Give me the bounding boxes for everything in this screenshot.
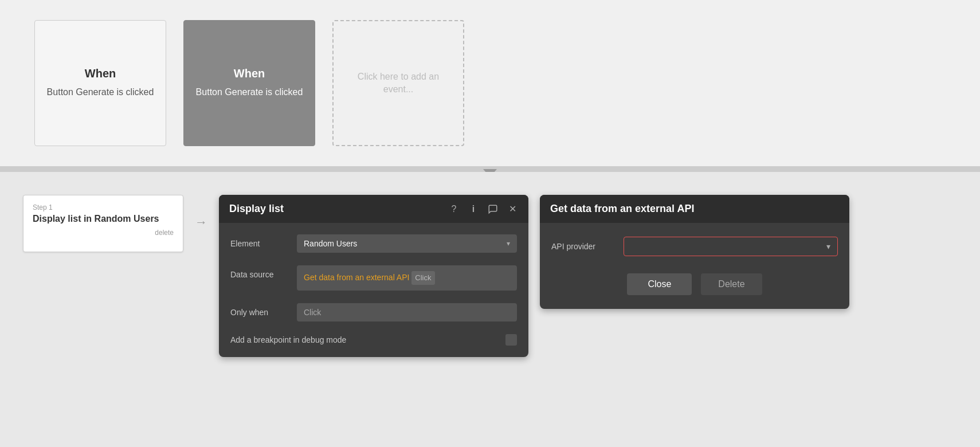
data-source-link[interactable]: Get data from an external API — [304, 273, 409, 282]
api-panel-body: API provider ▾ Close Delete — [540, 223, 849, 309]
event-card-2[interactable]: When Button Generate is clicked — [183, 20, 315, 146]
divider — [0, 166, 980, 172]
only-when-label: Only when — [230, 303, 288, 317]
api-provider-label: API provider — [551, 242, 614, 251]
step-label: Step 1 — [33, 203, 174, 211]
only-when-row: Only when Click — [230, 303, 517, 321]
arrow-connector: → — [195, 215, 207, 230]
close-button[interactable]: Close — [627, 273, 692, 295]
api-panel-title: Get data from an external API — [550, 203, 694, 215]
element-value-wrapper: Random Users ▾ — [297, 234, 517, 253]
data-source-value-wrapper: Get data from an external API Click — [297, 265, 517, 291]
data-source-row: Data source Get data from an external AP… — [230, 265, 517, 291]
data-source-box[interactable]: Get data from an external API Click — [297, 265, 517, 291]
top-section: When Button Generate is clicked When But… — [0, 0, 980, 166]
api-chevron-icon: ▾ — [826, 242, 830, 251]
api-provider-row: API provider ▾ — [551, 237, 838, 256]
delete-button[interactable]: Delete — [701, 273, 762, 295]
panel-title: Display list — [229, 203, 284, 215]
element-select-value: Random Users — [304, 239, 357, 248]
close-icon[interactable]: ✕ — [507, 203, 518, 215]
help-icon[interactable]: ? — [448, 203, 460, 215]
card3-placeholder: Click here to add an event... — [345, 70, 452, 96]
card2-title: When — [234, 67, 265, 80]
element-select[interactable]: Random Users ▾ — [297, 234, 517, 253]
api-buttons: Close Delete — [551, 273, 838, 295]
api-panel-header: Get data from an external API — [540, 195, 849, 223]
chevron-down-icon: ▾ — [507, 240, 510, 248]
comment-icon[interactable] — [487, 203, 499, 215]
breakpoint-row: Add a breakpoint in debug mode — [230, 334, 517, 346]
display-list-panel: Display list ? i ✕ Element Random — [219, 195, 528, 357]
step-card[interactable]: Step 1 Display list in Random Users dele… — [23, 195, 183, 252]
only-when-box[interactable]: Click — [297, 303, 517, 321]
only-when-value: Click — [304, 308, 321, 317]
info-icon[interactable]: i — [468, 203, 479, 215]
breakpoint-label: Add a breakpoint in debug mode — [230, 335, 346, 344]
card1-title: When — [85, 67, 116, 80]
panel-header: Display list ? i ✕ — [219, 195, 528, 223]
data-source-click[interactable]: Click — [411, 271, 434, 285]
event-card-1[interactable]: When Button Generate is clicked — [34, 20, 166, 146]
card2-subtitle: Button Generate is clicked — [196, 86, 303, 99]
step-delete[interactable]: delete — [33, 229, 174, 237]
api-provider-select[interactable]: ▾ — [624, 237, 838, 256]
data-source-label: Data source — [230, 265, 288, 279]
panel-icons: ? i ✕ — [448, 203, 518, 215]
panel-body: Element Random Users ▾ Data source Get d… — [219, 223, 528, 357]
element-row: Element Random Users ▾ — [230, 234, 517, 253]
breakpoint-checkbox[interactable] — [505, 334, 517, 346]
bottom-section: Step 1 Display list in Random Users dele… — [0, 172, 980, 447]
external-api-panel: Get data from an external API API provid… — [540, 195, 849, 309]
element-label: Element — [230, 234, 288, 248]
only-when-value-wrapper: Click — [297, 303, 517, 321]
card1-subtitle: Button Generate is clicked — [47, 86, 154, 99]
step-title: Display list in Random Users — [33, 214, 174, 224]
event-card-placeholder[interactable]: Click here to add an event... — [332, 20, 464, 146]
